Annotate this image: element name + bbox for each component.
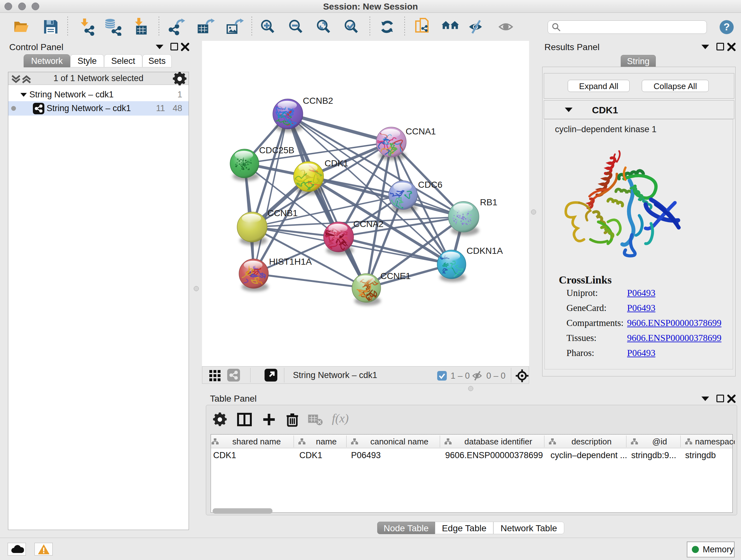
svg-text:CDC25B: CDC25B <box>259 145 294 155</box>
svg-text:CDC6: CDC6 <box>418 180 442 190</box>
svg-text:RB1: RB1 <box>480 197 497 207</box>
svg-text:CCNB1: CCNB1 <box>267 208 298 218</box>
svg-text:CCNB2: CCNB2 <box>303 96 333 106</box>
svg-text:CCNA2: CCNA2 <box>353 219 384 229</box>
svg-text:CCNA1: CCNA1 <box>406 126 436 136</box>
svg-text:HIST1H1A: HIST1H1A <box>269 257 312 266</box>
svg-text:CDKN1A: CDKN1A <box>467 246 503 256</box>
svg-text:CCNE1: CCNE1 <box>381 271 411 281</box>
svg-text:CDK1: CDK1 <box>325 159 348 168</box>
svg-text:?: ? <box>724 21 730 33</box>
